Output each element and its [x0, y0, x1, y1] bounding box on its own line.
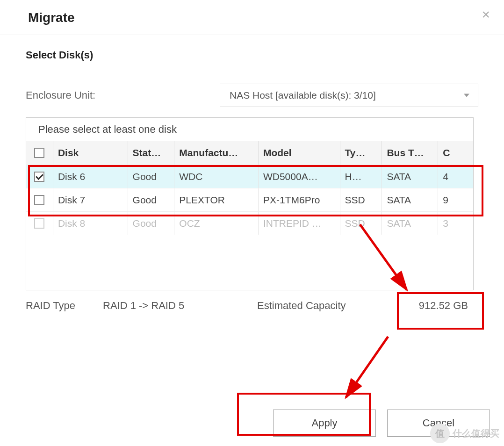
- col-manufacturer[interactable]: Manufactu…: [174, 141, 259, 165]
- chevron-down-icon: [464, 94, 469, 97]
- cell-manufacturer: PLEXTOR: [174, 188, 259, 211]
- cell-manufacturer: OCZ: [174, 212, 259, 235]
- cell-disk: Disk 7: [53, 188, 128, 211]
- enclosure-label: Enclosure Unit:: [26, 89, 220, 101]
- enclosure-select[interactable]: NAS Host [available disk(s): 3/10]: [220, 84, 478, 107]
- cell-type: H…: [340, 165, 382, 188]
- cell-status: Good: [128, 188, 175, 211]
- dialog-title: Migrate: [28, 10, 75, 25]
- table-instruction: Please select at least one disk: [26, 118, 473, 141]
- select-all-checkbox[interactable]: [34, 148, 44, 158]
- capacity-label: Estimated Capacity: [257, 300, 388, 312]
- cell-bus: SATA: [382, 212, 438, 235]
- cell-disk: Disk 6: [53, 165, 128, 188]
- row-checkbox[interactable]: [34, 172, 44, 182]
- enclosure-selected-value: NAS Host [available disk(s): 3/10]: [230, 90, 376, 101]
- apply-button[interactable]: Apply: [273, 410, 376, 437]
- row-checkbox[interactable]: [34, 195, 44, 205]
- capacity-value: 912.52 GB: [388, 300, 474, 312]
- cell-model: PX-1TM6Pro: [259, 188, 340, 211]
- row-checkbox: [34, 218, 44, 229]
- col-bus[interactable]: Bus T…: [382, 141, 438, 165]
- watermark: 值 什么值得买: [430, 424, 499, 443]
- table-header: Disk Stat… Manufactu… Model Ty… Bus T… C: [26, 141, 473, 165]
- cell-capacity: 3: [438, 212, 473, 235]
- annotation-arrow-icon: [337, 332, 393, 407]
- col-capacity[interactable]: C: [438, 141, 473, 165]
- cell-status: Good: [128, 212, 175, 235]
- col-status[interactable]: Stat…: [128, 141, 175, 165]
- cell-model: INTREPID …: [259, 212, 340, 235]
- cell-capacity: 9: [438, 188, 473, 211]
- cell-type: SSD: [340, 188, 382, 211]
- watermark-icon: 值: [430, 424, 450, 443]
- cell-status: Good: [128, 165, 175, 188]
- summary-row: RAID Type RAID 1 -> RAID 5 Estimated Cap…: [26, 300, 474, 312]
- watermark-text: 什么值得买: [453, 427, 499, 440]
- col-model[interactable]: Model: [259, 141, 340, 165]
- cell-type: SSD: [340, 212, 382, 235]
- cell-capacity: 4: [438, 165, 473, 188]
- cell-manufacturer: WDC: [174, 165, 259, 188]
- close-icon[interactable]: ×: [482, 7, 490, 22]
- cell-bus: SATA: [382, 165, 438, 188]
- col-disk[interactable]: Disk: [53, 141, 128, 165]
- cell-disk: Disk 8: [53, 212, 128, 235]
- table-row: Disk 8GoodOCZINTREPID …SSDSATA3: [26, 211, 473, 235]
- raid-type-label: RAID Type: [26, 300, 103, 312]
- col-type[interactable]: Ty…: [340, 141, 382, 165]
- cell-bus: SATA: [382, 188, 438, 211]
- svg-line-1: [346, 337, 388, 397]
- raid-type-value: RAID 1 -> RAID 5: [103, 300, 257, 312]
- cell-model: WD5000A…: [259, 165, 340, 188]
- disk-table: Please select at least one disk Disk Sta…: [26, 117, 474, 290]
- section-title: Select Disk(s): [26, 49, 478, 61]
- table-row[interactable]: Disk 6GoodWDCWD5000A…H…SATA4: [26, 165, 473, 188]
- table-row[interactable]: Disk 7GoodPLEXTORPX-1TM6ProSSDSATA9: [26, 188, 473, 211]
